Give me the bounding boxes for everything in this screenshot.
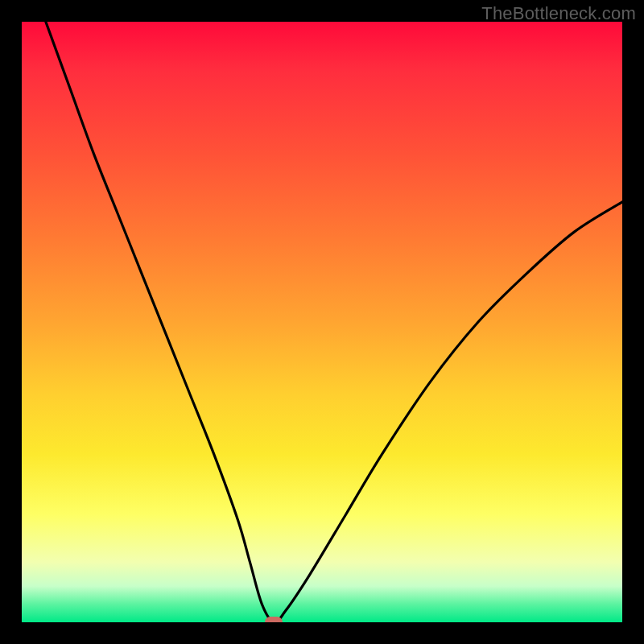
plot-area <box>22 22 622 622</box>
chart-frame: TheBottleneck.com <box>0 0 644 644</box>
optimal-point-marker <box>265 617 283 622</box>
bottleneck-curve <box>22 22 622 622</box>
